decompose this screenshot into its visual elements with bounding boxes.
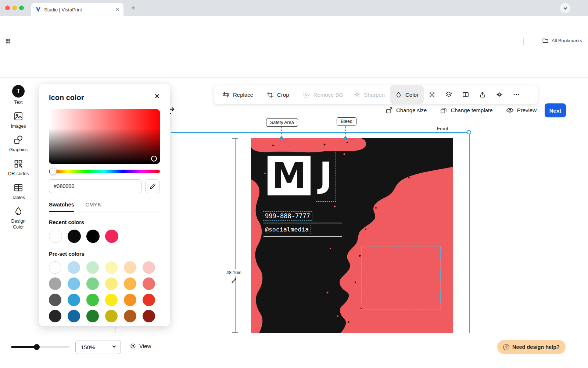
sidebar-item-text[interactable]: T Text bbox=[2, 85, 35, 106]
recent-swatch[interactable] bbox=[49, 230, 62, 243]
layers-icon bbox=[445, 91, 452, 98]
transparency-button[interactable] bbox=[424, 85, 440, 104]
all-bookmarks-label: All Bookmarks bbox=[552, 38, 582, 43]
preset-swatch[interactable] bbox=[86, 277, 99, 290]
preset-swatch[interactable] bbox=[124, 261, 136, 274]
sidebar-item-design-color[interactable]: Design Color bbox=[6, 206, 31, 230]
preset-swatch[interactable] bbox=[68, 294, 80, 306]
preset-swatch[interactable] bbox=[143, 310, 155, 322]
hue-slider[interactable] bbox=[49, 170, 160, 173]
sidebar-item-qr-codes[interactable]: QR-codes bbox=[2, 159, 35, 177]
preset-swatch[interactable] bbox=[86, 310, 99, 322]
sidebar-item-images[interactable]: Images bbox=[2, 111, 35, 130]
tab-cmyk[interactable]: CMYK bbox=[85, 201, 101, 212]
preset-swatch[interactable] bbox=[105, 277, 118, 290]
preset-swatch[interactable] bbox=[68, 277, 80, 290]
monogram-j-element[interactable]: J bbox=[316, 148, 336, 202]
bookmarks-bar: All Bookmarks bbox=[0, 35, 588, 48]
sharpen-label: Sharpen bbox=[364, 92, 385, 98]
preset-swatch[interactable] bbox=[68, 261, 80, 274]
preset-swatch[interactable] bbox=[143, 277, 155, 290]
share-upload-icon bbox=[479, 91, 486, 98]
recent-swatch[interactable] bbox=[68, 230, 81, 243]
sidebar-item-tables[interactable]: Tables bbox=[2, 183, 35, 201]
preset-swatch[interactable] bbox=[49, 294, 61, 306]
preset-swatch[interactable] bbox=[124, 310, 136, 322]
flip-button[interactable] bbox=[491, 85, 508, 104]
preset-swatch[interactable] bbox=[105, 261, 118, 274]
export-button[interactable] bbox=[474, 85, 491, 104]
split-view-button[interactable] bbox=[457, 85, 474, 104]
more-options-button[interactable] bbox=[508, 85, 525, 104]
preset-swatch[interactable] bbox=[143, 294, 155, 306]
crop-button[interactable]: Crop bbox=[262, 85, 294, 104]
preset-swatch[interactable] bbox=[86, 294, 99, 306]
hue-slider-handle[interactable] bbox=[50, 168, 57, 175]
change-template-button[interactable]: Change template bbox=[440, 107, 492, 114]
preset-swatch[interactable] bbox=[105, 294, 118, 306]
close-window-button[interactable] bbox=[5, 6, 10, 10]
sv-picker-handle[interactable] bbox=[151, 156, 157, 162]
color-button[interactable]: Color bbox=[390, 85, 424, 104]
question-mark-icon: ? bbox=[503, 344, 509, 350]
saturation-value-picker[interactable] bbox=[49, 109, 160, 164]
headline-text-element[interactable]: This is your Headline bbox=[361, 247, 441, 310]
zoom-slider-handle[interactable] bbox=[34, 344, 40, 350]
preset-swatch[interactable] bbox=[49, 310, 61, 322]
sidebar-item-label: Design Color bbox=[6, 219, 31, 230]
zoom-window-button[interactable] bbox=[19, 6, 24, 10]
phone-underline bbox=[263, 223, 342, 223]
monogram-j-letter: J bbox=[319, 158, 332, 192]
poster-canvas[interactable]: M J 999-888-7777 @socialmedia This is yo… bbox=[251, 138, 453, 333]
preset-swatch[interactable] bbox=[143, 261, 155, 274]
preset-swatch[interactable] bbox=[124, 277, 136, 290]
apps-grid-icon[interactable] bbox=[5, 38, 11, 44]
preview-button[interactable]: Preview bbox=[506, 106, 537, 114]
headline-line: Headline bbox=[362, 289, 438, 310]
edit-dimension-button[interactable] bbox=[231, 277, 237, 283]
selection-guide-segment bbox=[115, 325, 115, 333]
preset-swatch[interactable] bbox=[49, 277, 61, 290]
monogram-m-element[interactable]: M bbox=[268, 156, 311, 195]
pencil-icon bbox=[231, 277, 237, 283]
preset-swatch[interactable] bbox=[124, 294, 136, 306]
recent-swatch[interactable] bbox=[105, 230, 118, 243]
preset-swatch[interactable] bbox=[86, 261, 99, 274]
new-tab-button[interactable]: + bbox=[129, 4, 137, 13]
close-panel-button[interactable]: × bbox=[151, 90, 163, 102]
tab-close-icon[interactable]: × bbox=[116, 6, 119, 13]
social-text-element[interactable]: @socialmedia bbox=[263, 225, 311, 234]
zoom-level-value: 150% bbox=[81, 344, 95, 350]
change-template-icon bbox=[440, 107, 447, 114]
sidebar-item-graphics[interactable]: Graphics bbox=[2, 135, 35, 153]
view-settings-button[interactable]: View bbox=[129, 343, 151, 350]
tables-icon bbox=[13, 183, 24, 193]
design-help-button[interactable]: ? Need design help? bbox=[497, 340, 566, 354]
hex-row bbox=[49, 179, 160, 193]
browser-tab[interactable]: Studio | VistaPrint × bbox=[31, 3, 123, 16]
phone-text-element[interactable]: 999-888-7777 bbox=[263, 211, 312, 221]
tab-search-button[interactable] bbox=[560, 3, 570, 13]
minimize-window-button[interactable] bbox=[12, 6, 17, 10]
preset-swatch[interactable] bbox=[49, 261, 61, 274]
eyedropper-button[interactable] bbox=[145, 179, 160, 193]
front-side-label: Front bbox=[437, 126, 448, 131]
change-size-button[interactable]: Change size bbox=[386, 107, 427, 114]
element-toolbar: Replace Crop Remove BG Sharpen Color bbox=[214, 85, 538, 104]
next-button[interactable]: Next bbox=[545, 103, 566, 117]
recent-swatch[interactable] bbox=[86, 230, 100, 243]
hex-color-input[interactable] bbox=[49, 179, 141, 193]
swatch-tabs: Swatches CMYK bbox=[49, 201, 160, 212]
layers-button[interactable] bbox=[440, 85, 457, 104]
preview-eye-icon bbox=[506, 106, 514, 114]
tab-swatches[interactable]: Swatches bbox=[49, 201, 74, 212]
eyedropper-icon bbox=[149, 183, 156, 190]
change-size-label: Change size bbox=[396, 107, 427, 113]
preset-swatch[interactable] bbox=[105, 310, 118, 322]
replace-button[interactable]: Replace bbox=[217, 85, 258, 104]
zoom-level-dropdown[interactable]: 150% bbox=[75, 340, 121, 354]
guide-handle[interactable] bbox=[467, 130, 471, 134]
preset-swatch[interactable] bbox=[68, 310, 80, 322]
recent-colors-label: Recent colors bbox=[49, 219, 160, 225]
all-bookmarks-button[interactable]: All Bookmarks bbox=[542, 37, 582, 44]
